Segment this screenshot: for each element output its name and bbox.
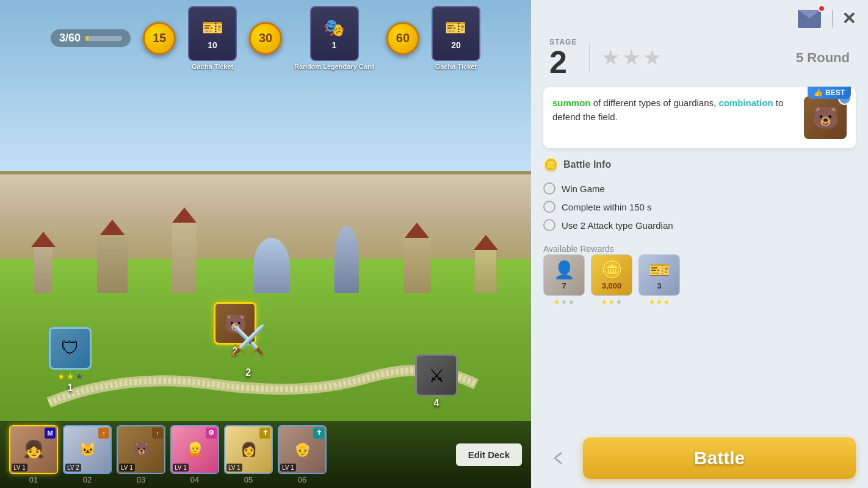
top-hud: 3/60 15 🎫 10 Gacha Ticket 30 🎭 1 Random …: [0, 6, 531, 70]
reward-tickets-stars: ★ ★ ★: [649, 298, 670, 306]
node-label-1: 1: [68, 382, 73, 393]
rewards-title: Available Rewards: [543, 244, 614, 254]
node-icon-4: ⚔: [415, 354, 458, 396]
edit-deck-button[interactable]: Edit Deck: [456, 443, 522, 466]
combo-keyword: combination: [718, 98, 773, 108]
legendary-qty: 1: [332, 40, 337, 50]
hero-lv-05: LV 1: [226, 464, 242, 472]
star-3: ★: [76, 371, 84, 381]
hero-slot-04[interactable]: 👱 LV 1 ⚙ 04: [170, 425, 219, 484]
hero-portrait-04[interactable]: 👱 LV 1 ⚙: [170, 425, 219, 474]
back-arrow-button[interactable]: [543, 443, 574, 473]
hero-role-03: ↑: [152, 428, 163, 439]
hero-lv-01: LV 1: [12, 464, 27, 472]
radio-guardian[interactable]: [543, 219, 555, 231]
hero-slot-03[interactable]: 🐻 LV 1 ↑ 03: [117, 425, 165, 484]
hero-role-02: ↑: [98, 428, 109, 439]
hero-num-04: 04: [190, 475, 199, 484]
battle-info-title: Battle Info: [563, 159, 611, 170]
gacha-label-1: Gacha Ticket: [192, 63, 233, 70]
hero-lv-04: LV 1: [173, 464, 189, 472]
character-sprite: ⚔️: [228, 314, 268, 366]
hero-slot-05[interactable]: 👩 LV 1 ✝ 05: [224, 425, 273, 484]
stage-node-1[interactable]: 🛡 ★ ★ ★ 1: [49, 327, 92, 393]
progress-text: 3/60: [59, 32, 81, 45]
hero-num-01: 01: [29, 475, 38, 484]
reward-box-tickets: 🎫 3 ★ ★ ★: [638, 254, 680, 306]
strategy-avatar-emoji: 🐻: [812, 105, 839, 131]
hero-slot-02[interactable]: 🐱 LV 2 ↑ 02: [63, 425, 112, 484]
reward-coins-stars: ★ ★ ★: [601, 298, 622, 306]
stage-header: STAGE 2 5 Round: [531, 38, 868, 87]
hero-slot-01[interactable]: 👧 LV 1 M 01: [9, 425, 58, 484]
condition-time: Complete within 150 s: [543, 198, 856, 216]
stage-star-3: [643, 49, 660, 66]
right-header: ✕: [531, 0, 868, 38]
hero-num-06: 06: [298, 475, 306, 484]
progress-bar-fill: [85, 36, 89, 41]
progress-display: 3/60: [51, 29, 131, 47]
reward-character-count: 7: [562, 281, 566, 290]
hero-num-03: 03: [137, 475, 145, 484]
battle-bottom: Battle: [531, 428, 868, 488]
rstar-3-1: ★: [649, 298, 655, 306]
rewards-section: Available Rewards 👤 7 ★ ★ ★ 🪙 3,000: [531, 243, 868, 318]
reward-character-icon: 👤: [554, 260, 575, 280]
map-character: ⚔️ 2: [228, 314, 268, 378]
node-label-4: 4: [434, 398, 439, 409]
battle-button[interactable]: Battle: [583, 437, 856, 479]
condition-guardian: Use 2 Attack type Guardian: [543, 216, 856, 234]
hero-portrait-05[interactable]: 👩 LV 1 ✝: [224, 425, 273, 474]
strategy-box: summon of different types of guardians, …: [543, 87, 856, 148]
hero-portrait-02[interactable]: 🐱 LV 2 ↑: [63, 425, 112, 474]
radio-win-game[interactable]: [543, 182, 555, 195]
gacha-qty-1: 10: [208, 40, 217, 50]
stage-number: 2: [549, 46, 567, 78]
condition-time-text: Complete within 150 s: [562, 202, 652, 212]
condition-guardian-text: Use 2 Attack type Guardian: [562, 220, 673, 231]
gacha-ticket-2: 🎫 20 Gacha Ticket: [432, 6, 480, 70]
summon-keyword: summon: [552, 98, 591, 108]
hero-lv-03: LV 1: [119, 464, 135, 472]
rstar-2-3: ★: [616, 298, 622, 306]
gacha-card-1: 🎫 10: [188, 6, 237, 61]
condition-win-text: Win Game: [562, 184, 605, 194]
gacha-icon-2: 🎫: [445, 18, 466, 38]
reward-box-character: 👤 7 ★ ★ ★: [543, 254, 585, 306]
gacha-ticket-1: 🎫 10 Gacha Ticket: [188, 6, 237, 70]
best-badge: 👍 BEST: [808, 87, 851, 99]
round-text: 5 Round: [796, 50, 850, 66]
hero-slot-06[interactable]: 👴 LV 1 ✝ 06: [278, 425, 327, 484]
progress-bar-bg: [85, 36, 122, 41]
reward-item-15: 15: [143, 22, 176, 55]
hero-portrait-03[interactable]: 🐻 LV 1 ↑: [117, 425, 165, 474]
gacha-card-2: 🎫 20: [432, 6, 480, 61]
hero-portrait-01[interactable]: 👧 LV 1 M: [9, 425, 58, 474]
hero-role-06: ✝: [313, 428, 324, 439]
gacha-label-2: Gacha Ticket: [435, 63, 477, 70]
hero-lv-02: LV 2: [65, 464, 81, 472]
battle-info-section: 🪙 Battle Info Win Game Complete within 1…: [531, 157, 868, 243]
coin-icon: 🪙: [543, 157, 559, 172]
hero-num-05: 05: [244, 475, 253, 484]
stage-node-4[interactable]: ⚔ 4: [415, 354, 458, 409]
stage-star-1: [602, 49, 619, 66]
header-divider: [832, 10, 833, 28]
mail-icon[interactable]: [796, 7, 823, 30]
stage-star-2: [623, 49, 640, 66]
condition-win-game: Win Game: [543, 179, 856, 198]
reward-tickets-inner: 🎫 3: [638, 254, 680, 296]
best-thumb-icon: 👍: [814, 88, 823, 97]
strategy-text-part1: of different types of guardians,: [591, 98, 719, 108]
radio-time[interactable]: [543, 201, 555, 213]
legendary-card-inner: 🎭 1: [310, 6, 359, 61]
hero-portrait-06[interactable]: 👴 LV 1 ✝: [278, 425, 327, 474]
close-button[interactable]: ✕: [842, 10, 856, 27]
best-label: BEST: [825, 88, 845, 97]
rstar-2-1: ★: [601, 298, 607, 306]
reward-coins-inner: 🪙 3,000: [591, 254, 632, 296]
reward-coins-count: 3,000: [602, 281, 622, 290]
star-2: ★: [67, 371, 74, 381]
rstar-3-2: ★: [656, 298, 662, 306]
back-arrow-icon: [549, 448, 568, 468]
